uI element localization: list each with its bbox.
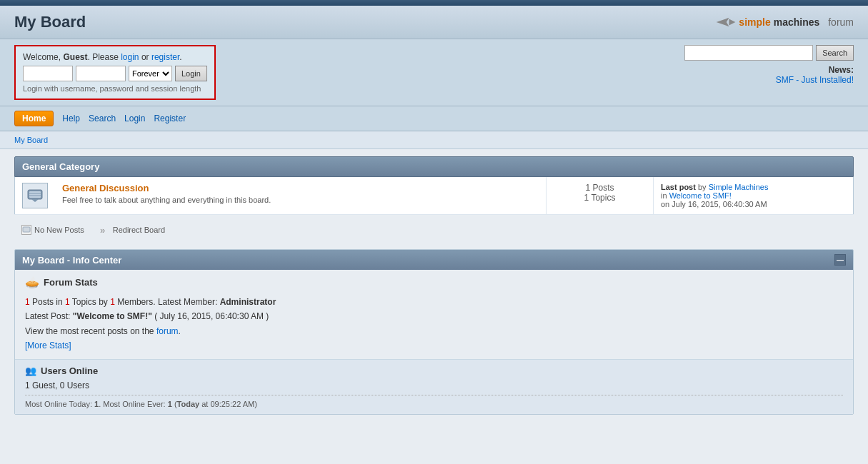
ever-date: Today: [177, 400, 200, 408]
online-stats: Most Online Today: 1. Most Online Ever: …: [25, 400, 843, 408]
forum-stats-section: 🥧 Forum Stats 1 Posts in 1 Topics by 1 M…: [15, 270, 853, 360]
svg-marker-6: [31, 199, 39, 202]
lastpost-author[interactable]: Simple Machines: [709, 183, 769, 191]
forum-link[interactable]: forum: [156, 326, 179, 336]
legend-redirect-board: » Redirect Board: [96, 225, 165, 235]
username-input[interactable]: [23, 66, 73, 81]
posts-stat: 1: [25, 297, 30, 307]
redirect-board-label: Redirect Board: [113, 226, 165, 234]
board-icon: [22, 183, 48, 208]
search-input[interactable]: [684, 45, 813, 61]
smf-logo: simplemachines forum: [716, 16, 854, 28]
forum-icon: [26, 187, 44, 204]
info-center-body: 🥧 Forum Stats 1 Posts in 1 Topics by 1 M…: [15, 270, 853, 414]
nav-register[interactable]: Register: [154, 114, 186, 123]
users-online-section: 👥 Users Online 1 Guest, 0 Users Most Onl…: [15, 360, 853, 414]
login-hint: Login with username, password and sessio…: [23, 84, 207, 93]
login-fields: Forever 1 Hour 2 Hours 1 Day 1 Week Logi…: [23, 66, 207, 81]
info-center: My Board - Info Center — 🥧 Forum Stats 1…: [14, 249, 854, 415]
board-table: General Discussion Feel free to talk abo…: [14, 177, 854, 215]
password-input[interactable]: [76, 66, 126, 81]
breadcrumb: My Board: [0, 131, 868, 149]
legend-no-new-posts: No New Posts: [21, 225, 84, 235]
info-center-title: My Board - Info Center: [22, 255, 121, 266]
board-icon-cell: [15, 177, 56, 215]
latest-member: Administrator: [220, 297, 276, 307]
board-description: Feel free to talk about anything and eve…: [62, 196, 539, 204]
legend-bar: No New Posts » Redirect Board: [14, 222, 854, 242]
period: .: [179, 52, 181, 62]
topics-stat: 1: [65, 297, 70, 307]
board-lastpost-cell: Last post by Simple Machines in Welcome …: [654, 177, 854, 215]
smf-simple: simple: [739, 16, 770, 28]
login-box: Welcome, Guest. Please login or register…: [14, 45, 216, 100]
lastpost-label: Last post: [661, 183, 696, 191]
welcome-text: Welcome, Guest. Please login or register…: [23, 52, 207, 62]
today-count: 1: [94, 400, 99, 408]
smf-forum: forum: [828, 16, 854, 28]
register-link[interactable]: register: [151, 52, 179, 62]
nav-help[interactable]: Help: [62, 114, 80, 123]
duration-select[interactable]: Forever 1 Hour 2 Hours 1 Day 1 Week: [129, 66, 172, 81]
general-category: General Category: [14, 156, 854, 242]
news-label: News:: [829, 65, 854, 75]
nav-search[interactable]: Search: [89, 114, 116, 123]
info-center-header: My Board - Info Center —: [15, 250, 853, 270]
svg-rect-3: [29, 191, 41, 198]
divider: [25, 395, 843, 395]
smf-machines: machines: [774, 16, 820, 28]
members-stat: 1: [110, 297, 115, 307]
news-area: News: SMF - Just Installed!: [776, 65, 854, 85]
latest-post-link[interactable]: "Welcome to SMF!": [73, 311, 152, 321]
welcome-suffix: . Please: [87, 52, 121, 62]
users-online-body: 1 Guest, 0 Users Most Online Today: 1. M…: [25, 380, 843, 408]
welcome-prefix: Welcome,: [23, 52, 63, 62]
more-stats-link[interactable]: [More Stats]: [25, 341, 71, 350]
nav-login[interactable]: Login: [124, 114, 145, 123]
svg-marker-1: [729, 19, 736, 26]
users-count: 1 Guest, 0 Users: [25, 380, 843, 390]
board-stats-cell: 1 Posts 1 Topics: [547, 177, 654, 215]
search-row: Search: [684, 45, 854, 61]
nav-bar: Home Help Search Login Register: [0, 106, 868, 131]
topics-count: 1 Topics: [554, 193, 646, 203]
forum-stats-body: 1 Posts in 1 Topics by 1 Members. Latest…: [25, 295, 843, 353]
forum-stats-title: 🥧 Forum Stats: [25, 276, 843, 289]
users-online-title: 👥 Users Online: [25, 365, 843, 376]
users-online-icon: 👥: [25, 365, 36, 376]
users-online-label: Users Online: [41, 365, 98, 376]
news-text: SMF - Just Installed!: [776, 75, 854, 85]
lastpost-topic[interactable]: Welcome to SMF!: [669, 191, 732, 200]
board-info-cell: General Discussion Feel free to talk abo…: [55, 177, 547, 215]
svg-marker-0: [717, 18, 729, 26]
no-new-posts-label: No New Posts: [34, 226, 84, 234]
login-button[interactable]: Login: [175, 66, 207, 81]
login-search-bar: Welcome, Guest. Please login or register…: [0, 39, 868, 106]
table-row: General Discussion Feel free to talk abo…: [15, 177, 854, 215]
breadcrumb-link[interactable]: My Board: [14, 136, 48, 144]
smf-logo-icon: [716, 16, 736, 28]
main-content: General Category: [0, 149, 868, 422]
forum-stats-icon: 🥧: [25, 276, 39, 289]
category-header: General Category: [14, 156, 854, 177]
svg-rect-7: [23, 227, 30, 232]
top-bar: [0, 0, 868, 6]
board-title: My Board: [14, 13, 86, 31]
board-name-link[interactable]: General Discussion: [62, 183, 149, 193]
ever-count: 1: [168, 400, 172, 408]
nav-home[interactable]: Home: [14, 111, 54, 126]
login-link[interactable]: login: [121, 52, 139, 62]
posts-count: 1 Posts: [554, 183, 646, 193]
forum-stats-label: Forum Stats: [44, 277, 98, 288]
header: My Board simplemachines forum: [0, 6, 868, 39]
no-new-posts-icon: [21, 225, 31, 235]
redirect-board-icon: »: [96, 225, 110, 235]
or-text: or: [139, 52, 151, 62]
search-button[interactable]: Search: [816, 45, 854, 61]
collapse-button[interactable]: —: [834, 254, 846, 266]
guest-label: Guest: [63, 52, 87, 62]
search-area: Search News: SMF - Just Installed!: [684, 45, 854, 85]
